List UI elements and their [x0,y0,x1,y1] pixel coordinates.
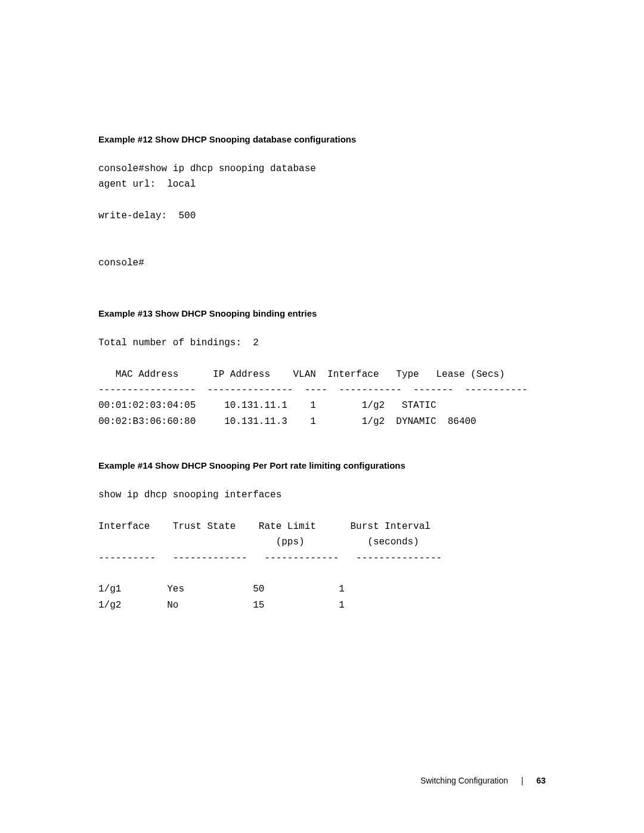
footer-separator: | [521,776,524,785]
page-footer: Switching Configuration | 63 [420,776,546,785]
footer-page-number: 63 [536,776,546,785]
example-14-heading: Example #14 Show DHCP Snooping Per Port … [98,460,546,470]
example-13-output: Total number of bindings: 2 MAC Address … [98,335,546,429]
footer-section-title: Switching Configuration [420,776,508,785]
example-14-output: show ip dhcp snooping interfaces Interfa… [98,487,546,613]
example-12-output: console#show ip dhcp snooping database a… [98,161,546,271]
example-12-heading: Example #12 Show DHCP Snooping database … [98,134,546,144]
example-13-heading: Example #13 Show DHCP Snooping binding e… [98,308,546,318]
